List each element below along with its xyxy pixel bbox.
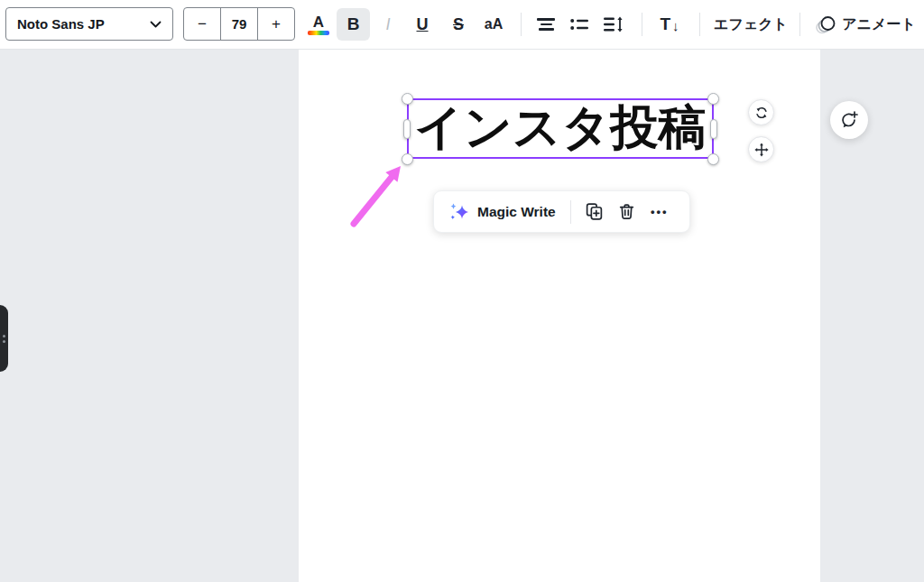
move-icon [754,143,769,157]
rainbow-color-bar-icon [308,31,329,35]
delete-button[interactable] [613,198,642,226]
bullet-list-icon [569,16,589,32]
font-size-increase-button[interactable]: + [258,8,294,40]
underline-button[interactable]: U [406,8,439,41]
resize-handle-left[interactable] [403,119,411,139]
rotate-element-button[interactable] [748,99,774,125]
resize-handle-bottom-right[interactable] [707,153,719,165]
magic-write-label: Magic Write [477,204,556,220]
vertical-text-letter: T [660,14,670,34]
duplicate-button[interactable] [580,198,609,226]
arrow-down-icon: ↓ [672,18,679,33]
resize-handle-top-right[interactable] [707,93,719,105]
chevron-down-icon [150,21,162,28]
line-spacing-button[interactable] [597,8,630,41]
effects-button[interactable]: エフェクト [709,8,792,41]
animate-label: アニメート [842,15,916,34]
element-context-toolbar: Magic Write ••• [433,190,690,233]
resize-handle-bottom-left[interactable] [402,153,413,165]
add-comment-button[interactable] [830,101,868,139]
font-family-select[interactable]: Noto Sans JP [5,7,173,41]
italic-button[interactable]: I [373,8,403,41]
move-element-button[interactable] [748,136,774,162]
line-spacing-icon [603,16,624,32]
animate-button[interactable]: アニメート [808,8,922,41]
grip-dots-icon [3,335,5,337]
toolbar-divider [699,13,700,36]
text-color-letter: A [313,14,324,30]
font-family-value: Noto Sans JP [17,16,105,32]
resize-handle-right[interactable] [710,119,717,139]
text-toolbar: Noto Sans JP − 79 + A B I U S aA [0,0,924,50]
magic-write-button[interactable]: Magic Write [443,198,561,226]
align-center-icon [539,28,554,31]
animate-icon [815,14,836,34]
sidebar-toggle-tab[interactable] [0,305,8,372]
ellipsis-icon: ••• [651,205,669,218]
magic-sparkle-icon [448,201,470,223]
vertical-text-button[interactable]: T ↓ [651,8,688,41]
resize-handle-top-left[interactable] [402,93,413,105]
selection-bounding-box[interactable] [407,98,714,159]
toolbar-divider [521,13,522,36]
comment-plus-icon [839,110,859,130]
bold-button[interactable]: B [337,8,370,41]
text-color-button[interactable]: A [303,8,334,41]
list-button[interactable] [564,8,595,41]
trash-icon [617,202,636,221]
text-align-button[interactable] [531,8,561,41]
text-case-button[interactable]: aA [476,8,511,41]
canva-editor: Noto Sans JP − 79 + A B I U S aA [0,0,924,582]
font-size-decrease-button[interactable]: − [184,8,220,40]
toolbar-divider [799,13,800,36]
font-size-stepper: − 79 + [183,7,295,41]
toolbar-divider [642,13,642,36]
font-size-value[interactable]: 79 [220,8,258,40]
rotate-icon [754,106,769,120]
align-center-icon [541,23,552,26]
more-options-button[interactable]: ••• [645,198,674,226]
popup-divider [570,200,571,224]
strikethrough-button[interactable]: S [442,8,475,41]
duplicate-icon [585,202,604,221]
align-center-icon [537,18,555,21]
